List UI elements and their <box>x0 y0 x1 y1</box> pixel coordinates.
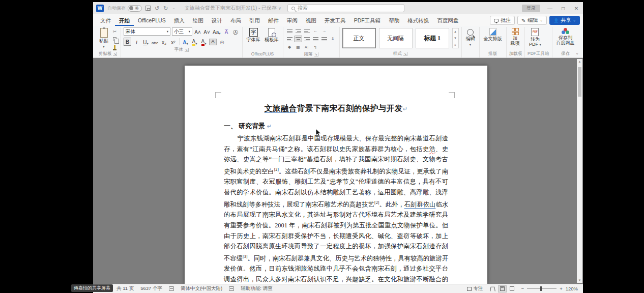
text-effects-button[interactable]: A▾ <box>182 38 189 46</box>
accessibility-status[interactable]: 辅助功能: 调查 <box>241 285 272 292</box>
font-library-button[interactable]: 字 字体库 <box>245 27 262 44</box>
shrink-font-button[interactable]: A˅ <box>203 27 211 36</box>
addins-button[interactable]: 加载项 <box>509 27 521 47</box>
full-text-layout-button[interactable]: 全文排版 <box>482 27 504 43</box>
scroll-down-icon[interactable]: ▼ <box>577 279 582 282</box>
save-icon[interactable] <box>145 6 151 11</box>
save-to-baidu-button[interactable]: 保存到百度网盘 <box>555 27 576 47</box>
strikethrough-button[interactable]: abc <box>151 38 159 46</box>
minimize-button[interactable]: — <box>546 6 553 11</box>
ribbon-tab[interactable]: 文件 <box>96 15 115 26</box>
enclose-characters-button[interactable]: ◎ <box>218 38 226 46</box>
paste-button[interactable]: 粘贴 ▾ <box>98 27 110 49</box>
ribbon-tab[interactable]: 开始 <box>115 15 134 26</box>
undo-icon[interactable]: ↺ <box>155 5 159 12</box>
ribbon-tab[interactable]: 百度网盘 <box>433 15 462 26</box>
font-color-button[interactable]: A▾ <box>200 38 208 46</box>
web-layout-button[interactable] <box>508 285 516 292</box>
show-marks-button[interactable]: ¶ <box>312 44 319 50</box>
style-heading1[interactable]: 标题 1 <box>416 28 449 48</box>
multilevel-list-button[interactable] <box>303 27 311 34</box>
ribbon-tab[interactable]: 设计 <box>208 15 226 26</box>
focus-button[interactable]: 专注 <box>467 285 483 292</box>
read-mode-button[interactable] <box>488 285 497 292</box>
document-area[interactable]: 文旅融合背景下南宋石刻的保护与开发↵ 一、 研究背景 ↵ 宁波东钱湖南宋石刻群是… <box>93 58 583 284</box>
screen-share-overlay-badge[interactable]: 傅嘉怡的共享屏幕 <box>71 284 113 292</box>
page-count[interactable]: 共 11 页 <box>116 285 134 292</box>
copy-icon[interactable] <box>111 36 118 42</box>
dialog-launcher-icon[interactable]: ↘ <box>185 48 189 52</box>
convert-to-pdf-button[interactable]: PDF 转为PDF ▾ <box>528 27 543 48</box>
document-page[interactable]: 文旅融合背景下南宋石刻的保护与开发↵ 一、 研究背景 ↵ 宁波东钱湖南宋石刻群是… <box>185 66 487 284</box>
ribbon-tab[interactable]: 插入 <box>170 15 189 26</box>
zoom-in-icon[interactable]: + <box>560 286 563 291</box>
align-center-button[interactable] <box>295 36 302 42</box>
sort-button[interactable]: A↓ <box>303 44 311 50</box>
highlight-color-button[interactable]: A▾ <box>191 38 198 46</box>
align-left-button[interactable] <box>286 36 294 42</box>
ribbon-tab[interactable]: 绘图 <box>189 15 208 26</box>
search-input[interactable]: 搜索 <box>287 4 404 12</box>
change-case-button[interactable]: Aa▾ <box>212 27 221 36</box>
dialog-launcher-icon[interactable]: ↘ <box>113 52 117 56</box>
bold-button[interactable]: B <box>124 38 131 46</box>
underline-button[interactable]: U▾ <box>142 38 150 46</box>
ribbon-tab[interactable]: 邮件 <box>264 15 283 26</box>
document-title-bar[interactable]: 文旅融合背景下南宋石刻开发(1) - 已保存 ∨ <box>185 5 281 12</box>
style-no-spacing[interactable]: 无间隔 <box>379 28 413 48</box>
font-name-combo[interactable]: 宋体▾ <box>124 27 170 36</box>
close-button[interactable]: ✕ <box>573 6 580 11</box>
zoom-slider-thumb[interactable] <box>540 286 542 291</box>
editing-mode-button[interactable]: ✎ 编辑 ⌄ <box>517 16 547 25</box>
shading-button[interactable]: ◆ <box>286 44 294 50</box>
qat-more-icon[interactable]: ⌄ <box>172 6 175 10</box>
zoom-slider[interactable] <box>527 288 557 289</box>
language-indicator[interactable]: 简体中文(中国大陆) <box>181 285 222 292</box>
style-normal[interactable]: 正文 <box>342 28 376 48</box>
character-border-button[interactable]: Ⓐ <box>232 27 240 36</box>
phonetic-guide-button[interactable]: A̅ <box>223 27 230 36</box>
increase-indent-button[interactable]: → <box>320 27 328 34</box>
autosave-toggle[interactable]: 自动保存 关 <box>107 5 142 12</box>
dialog-launcher-icon[interactable]: ↘ <box>314 52 318 56</box>
maximize-button[interactable]: □ <box>560 6 567 11</box>
ribbon-tab[interactable]: 审阅 <box>283 15 302 26</box>
proofing-icon[interactable] <box>169 286 174 291</box>
print-layout-button[interactable] <box>498 285 507 292</box>
ribbon-tab[interactable]: OfficePLUS <box>134 15 170 26</box>
zoom-level[interactable]: 120% <box>566 286 578 291</box>
grow-font-button[interactable]: A˄ <box>194 27 201 36</box>
align-right-button[interactable] <box>303 36 311 42</box>
subscript-button[interactable]: x₂ <box>160 38 168 46</box>
character-shading-button[interactable]: A <box>209 39 217 45</box>
styles-gallery-scroll[interactable]: ▲▼≡ <box>452 28 459 48</box>
comments-button[interactable]: 批注 <box>490 16 515 25</box>
zoom-out-icon[interactable]: − <box>521 286 524 291</box>
accessibility-icon[interactable] <box>229 286 234 291</box>
distribute-button[interactable] <box>320 36 328 42</box>
redo-icon[interactable]: ↻ <box>163 5 168 12</box>
ribbon-tab[interactable]: 开发工具 <box>320 15 350 26</box>
cut-icon[interactable]: ✂ <box>111 28 118 35</box>
bullets-button[interactable] <box>286 27 294 34</box>
collapse-ribbon-icon[interactable]: ⌄ <box>575 51 579 55</box>
scrollbar-thumb[interactable] <box>578 67 581 97</box>
ribbon-tab[interactable]: 帮助 <box>385 15 403 26</box>
numbering-button[interactable] <box>295 27 302 34</box>
decrease-indent-button[interactable]: ← <box>312 27 319 34</box>
editing-button[interactable]: 编辑 ▾ <box>464 27 477 47</box>
font-size-combo[interactable]: 小三▾ <box>172 27 192 36</box>
ribbon-tab[interactable]: 布局 <box>226 15 245 26</box>
ribbon-tab[interactable]: 引用 <box>245 15 264 26</box>
share-button[interactable]: 👤 共享 ⌄ <box>549 16 580 25</box>
word-count[interactable]: 5637 个字 <box>140 285 162 292</box>
scroll-up-icon[interactable]: ▲ <box>577 60 582 63</box>
ribbon-tab[interactable]: 格式转换 <box>403 15 433 26</box>
borders-button[interactable]: ▦ <box>295 44 302 50</box>
template-library-button[interactable]: 模板库 <box>264 27 280 44</box>
dialog-launcher-icon[interactable]: ↘ <box>403 52 407 56</box>
justify-button[interactable] <box>312 36 319 42</box>
italic-button[interactable]: I <box>133 38 140 46</box>
format-painter-icon[interactable] <box>111 44 118 50</box>
ribbon-tab[interactable]: 视图 <box>302 15 320 26</box>
